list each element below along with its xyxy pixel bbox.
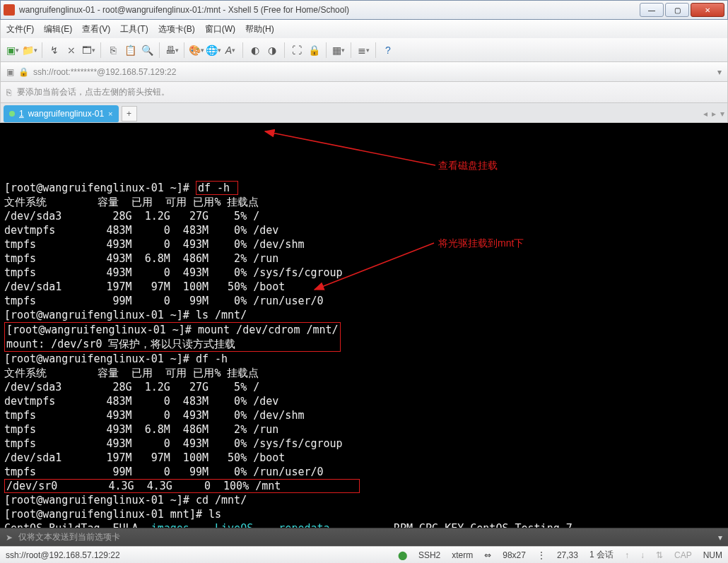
open-button[interactable]: 📁 — [22, 42, 37, 58]
paste-button[interactable]: 📋 — [122, 42, 138, 58]
tab-list-icon[interactable]: ▾ — [720, 109, 724, 119]
status-ssh: SSH2 — [418, 550, 440, 560]
toolbar-separator — [375, 42, 376, 58]
layout-button[interactable]: ▦ — [331, 42, 346, 58]
status-size: 98x27 — [503, 550, 526, 560]
toolbar-separator — [284, 42, 285, 58]
status-size-icon: ⇔ — [484, 550, 491, 560]
properties-button[interactable]: 🗔 — [81, 42, 96, 58]
encoding-button[interactable]: 🌐 — [206, 42, 221, 58]
terminal[interactable]: 查看磁盘挂载 将光驱挂载到mnt下 [root@wangruifenglinux… — [0, 123, 728, 528]
copy-button[interactable]: ⎘ — [105, 42, 121, 58]
status-up-icon: ↑ — [625, 550, 629, 560]
status-ssh-icon: ⬤ — [398, 550, 407, 560]
menu-help[interactable]: 帮助(H) — [245, 23, 274, 35]
toolbar-separator — [326, 42, 327, 58]
add-session-icon[interactable]: ⎘ — [6, 88, 11, 97]
toolbar-separator — [184, 42, 184, 58]
xagent-button[interactable]: ◑ — [264, 42, 280, 58]
tab-prev-icon[interactable]: ◂ — [703, 109, 708, 119]
window-title: wangruifenglinux-01 - root@wangruifengli… — [19, 5, 638, 15]
font-button[interactable]: A — [223, 42, 238, 58]
send-dropdown-icon[interactable]: ▾ — [718, 533, 722, 543]
print-button[interactable]: 🖶 — [164, 42, 180, 58]
toolbar-separator — [159, 42, 160, 58]
tab-status-icon — [9, 111, 15, 117]
tab-close-icon[interactable]: × — [108, 109, 112, 118]
session-tab[interactable]: 1 wangruifenglinux-01 × — [4, 105, 119, 122]
menu-tools[interactable]: 工具(T) — [120, 23, 148, 35]
address-bar: ▣ 🔒 ssh://root:********@192.168.57.129:2… — [0, 62, 728, 82]
menu-view[interactable]: 查看(V) — [82, 23, 110, 35]
reconnect-button[interactable]: ↯ — [47, 42, 62, 58]
status-sessions: 1 会话 — [589, 549, 613, 561]
menu-file[interactable]: 文件(F) — [6, 23, 34, 35]
address-text[interactable]: ssh://root:********@192.168.57.129:22 — [33, 67, 713, 77]
menu-tabs[interactable]: 选项卡(B) — [158, 23, 195, 35]
menu-edit[interactable]: 编辑(E) — [44, 23, 72, 35]
toolbar-separator — [42, 42, 42, 58]
addr-add-icon[interactable]: ▣ — [6, 67, 14, 77]
window-titlebar: wangruifenglinux-01 - root@wangruifengli… — [0, 0, 728, 20]
session-hint-text: 要添加当前会话，点击左侧的箭头按钮。 — [17, 86, 170, 98]
tab-bar: 1 wangruifenglinux-01 × + ◂ ▸ ▾ — [0, 103, 728, 123]
tab-index: 1 — [19, 109, 24, 119]
send-icon[interactable]: ➤ — [6, 533, 13, 543]
xftp-button[interactable]: ◐ — [247, 42, 263, 58]
status-bar: ssh://root@192.168.57.129:22 ⬤ SSH2 xter… — [0, 546, 728, 563]
session-hint-bar: ⎘ 要添加当前会话，点击左侧的箭头按钮。 — [0, 82, 728, 103]
app-icon — [4, 4, 15, 16]
fullscreen-button[interactable]: ⛶ — [289, 42, 305, 58]
minimize-button[interactable]: — — [640, 3, 664, 17]
toolbar: ▣ 📁 ↯ ⤫ 🗔 ⎘ 📋 🔍 🖶 🎨 🌐 A ◐ ◑ ⛶ 🔒 ▦ ≣ ? — [0, 38, 728, 62]
toolbar-separator — [100, 42, 101, 58]
status-link-icon: ⇅ — [656, 550, 663, 560]
new-tab-button[interactable]: + — [122, 106, 137, 122]
find-button[interactable]: 🔍 — [139, 42, 155, 58]
status-connection: ssh://root@192.168.57.129:22 — [6, 550, 120, 560]
send-bar: ➤ 仅将文本发送到当前选项卡 ▾ — [0, 528, 728, 546]
menubar: 文件(F) 编辑(E) 查看(V) 工具(T) 选项卡(B) 窗口(W) 帮助(… — [0, 20, 728, 38]
toolbar-separator — [242, 42, 243, 58]
status-cap: CAP — [674, 550, 692, 560]
addr-dropdown-icon[interactable]: ▾ — [717, 67, 722, 77]
maximize-button[interactable]: ▢ — [665, 3, 689, 17]
toolbar-options-button[interactable]: ≣ — [356, 42, 371, 58]
color-scheme-button[interactable]: 🎨 — [189, 42, 204, 58]
toolbar-separator — [351, 42, 351, 58]
status-num: NUM — [703, 550, 722, 560]
status-down-icon: ↓ — [640, 550, 645, 560]
disconnect-button[interactable]: ⤫ — [64, 42, 79, 58]
send-hint[interactable]: 仅将文本发送到当前选项卡 — [18, 531, 712, 543]
annotation-1: 查看磁盘挂载 — [438, 158, 498, 172]
lock-icon: 🔒 — [18, 67, 29, 77]
close-button[interactable]: ✕ — [691, 3, 724, 17]
new-session-button[interactable]: ▣ — [5, 42, 20, 58]
tab-next-icon[interactable]: ▸ — [712, 109, 716, 119]
status-pos: 27,33 — [557, 550, 578, 560]
lock-button[interactable]: 🔒 — [306, 42, 322, 58]
tab-label: wangruifenglinux-01 — [28, 109, 104, 119]
status-pos-icon: ⋮ — [537, 550, 546, 560]
help-button[interactable]: ? — [380, 42, 396, 58]
status-term: xterm — [452, 550, 473, 560]
menu-window[interactable]: 窗口(W) — [205, 23, 235, 35]
svg-line-0 — [265, 131, 435, 165]
